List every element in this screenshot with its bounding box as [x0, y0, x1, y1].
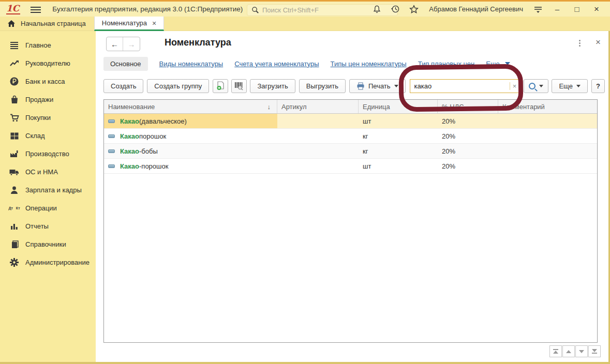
tab-nomenklatura-label: Номенклатура	[102, 19, 147, 27]
nav-more-button[interactable]: Еще	[486, 60, 510, 68]
barcode-icon	[234, 82, 244, 90]
person-icon	[9, 185, 19, 195]
nomenclature-item-icon	[108, 119, 115, 123]
list-toolbar: Создать Создать группу Загрузить Выгрузи…	[103, 79, 605, 93]
scroll-up-button[interactable]	[562, 345, 575, 357]
gear-icon	[9, 257, 19, 267]
more-options-kebab-icon[interactable]	[576, 40, 583, 48]
copy-item-button[interactable]	[213, 79, 228, 93]
table-row[interactable]: Какао (давальческое) шт 20%	[104, 114, 597, 129]
column-header-vat[interactable]: % НДС	[438, 100, 498, 113]
table-row[interactable]: Какао-порошок шт 20%	[104, 159, 597, 174]
chevron-down-icon	[576, 85, 581, 87]
sidebar-item-sales[interactable]: Продажи	[0, 90, 96, 109]
tab-home[interactable]: Начальная страница	[0, 17, 94, 31]
tab-bar: Начальная страница Номенклатура ×	[0, 17, 610, 31]
sidebar: Главное Руководителю Банк и касса Продаж…	[0, 31, 96, 364]
factory-icon	[9, 149, 19, 159]
sidebar-item-production[interactable]: Производство	[0, 145, 96, 163]
sidebar-item-bank-cash[interactable]: Банк и касса	[0, 72, 96, 90]
bag-icon	[9, 95, 19, 104]
sidebar-item-reports[interactable]: Отчеты	[0, 217, 96, 235]
minimize-button[interactable]: –	[551, 5, 563, 13]
tab-nomenklatura[interactable]: Номенклатура ×	[94, 17, 164, 31]
scroll-down-button[interactable]	[575, 345, 588, 357]
help-button[interactable]: ?	[591, 79, 605, 93]
chart-icon	[9, 221, 19, 231]
main-panel: ← → Номенклатура × Основное Виды номенкл…	[96, 31, 610, 364]
history-icon[interactable]	[390, 4, 401, 15]
printer-icon	[356, 82, 365, 90]
service-menu-icon[interactable]	[532, 4, 544, 15]
column-header-comment[interactable]: Комментарий	[498, 100, 597, 113]
tab-osnovnoe[interactable]: Основное	[103, 57, 148, 71]
table-header-row: Наименование ↓ Артикул Единица % НДС Ком…	[104, 100, 597, 114]
sidebar-item-administration[interactable]: Администрирование	[0, 253, 96, 271]
truck-icon	[9, 167, 19, 177]
column-header-name[interactable]: Наименование ↓	[104, 100, 277, 113]
sidebar-item-os-nma[interactable]: ОС и НМА	[0, 163, 96, 181]
link-tip-planovyh-cen[interactable]: Тип плановых цен	[418, 60, 475, 68]
barcode-search-button[interactable]	[231, 79, 247, 93]
link-vidy-nomenklatury[interactable]: Виды номенклатуры	[159, 60, 224, 68]
notifications-bell-icon[interactable]	[371, 4, 382, 15]
close-window-button[interactable]: ×	[590, 4, 603, 14]
quick-search-field: ×	[410, 79, 520, 93]
print-button[interactable]: Печать	[349, 79, 406, 93]
list-scroll-nav	[549, 345, 601, 357]
search-icon	[529, 83, 535, 89]
sidebar-item-directories[interactable]: Справочники	[0, 235, 96, 253]
sidebar-item-operations[interactable]: Дт Кт Операции	[0, 199, 96, 217]
sidebar-item-purchases[interactable]: Покупки	[0, 109, 96, 127]
link-scheta-ucheta[interactable]: Счета учета номенклатуры	[234, 60, 319, 68]
table-row[interactable]: Какао порошок кг 20%	[104, 129, 597, 144]
cart-icon	[9, 113, 19, 123]
page-nav-tabs: Основное Виды номенклатуры Счета учета н…	[103, 56, 605, 71]
dtkt-icon: Дт Кт	[9, 203, 19, 213]
column-header-unit[interactable]: Единица	[359, 100, 438, 113]
user-name[interactable]: Абрамов Геннадий Сергеевич	[429, 5, 523, 13]
go-to-top-button[interactable]	[549, 345, 562, 357]
chevron-down-icon	[394, 85, 398, 87]
ruble-icon	[9, 77, 19, 86]
column-header-article[interactable]: Артикул	[277, 100, 359, 113]
home-icon	[7, 20, 16, 27]
nomenclature-item-icon	[108, 149, 115, 153]
1c-logo-icon: 1С	[6, 4, 20, 14]
quick-search-input[interactable]	[410, 82, 510, 90]
unload-button[interactable]: Выгрузить	[299, 79, 346, 93]
back-button[interactable]: ←	[107, 37, 123, 51]
history-nav-group: ← →	[106, 37, 140, 51]
load-button[interactable]: Загрузить	[250, 79, 295, 93]
main-menu-icon[interactable]	[31, 5, 41, 13]
nomenclature-item-icon	[108, 134, 115, 138]
app-window: 1С Бухгалтерия предприятия, редакция 3.0…	[0, 0, 610, 364]
create-group-button[interactable]: Создать группу	[147, 79, 209, 93]
nomenclature-item-icon	[108, 164, 115, 168]
sort-descending-icon: ↓	[267, 103, 271, 111]
close-panel-icon[interactable]: ×	[596, 37, 601, 48]
chevron-down-icon	[539, 85, 543, 87]
clear-search-icon[interactable]: ×	[510, 82, 519, 90]
grid-icon	[9, 131, 19, 141]
tab-close-icon[interactable]: ×	[152, 19, 156, 27]
toolbar-more-button[interactable]: Еще	[552, 79, 587, 93]
menu-icon	[9, 40, 19, 50]
sidebar-item-main[interactable]: Главное	[0, 36, 96, 54]
table-row[interactable]: Какао-бобы кг 20%	[104, 144, 597, 159]
search-button[interactable]	[524, 79, 548, 93]
title-bar: 1С Бухгалтерия предприятия, редакция 3.0…	[0, 0, 610, 17]
new-document-icon	[216, 81, 225, 90]
go-to-bottom-button[interactable]	[588, 345, 601, 357]
sidebar-item-salary-hr[interactable]: Зарплата и кадры	[0, 181, 96, 199]
page-title: Номенклатура	[165, 37, 231, 48]
link-tipy-cen[interactable]: Типы цен номенклатуры	[331, 60, 407, 68]
app-title: Бухгалтерия предприятия, редакция 3.0 (1…	[52, 5, 243, 13]
sidebar-item-warehouse[interactable]: Склад	[0, 127, 96, 145]
forward-button[interactable]: →	[123, 37, 140, 51]
create-button[interactable]: Создать	[103, 79, 143, 93]
maximize-button[interactable]: □	[571, 5, 583, 13]
nomenclature-table: Наименование ↓ Артикул Единица % НДС Ком…	[103, 99, 598, 343]
favorites-star-icon[interactable]	[408, 4, 420, 15]
sidebar-item-manager[interactable]: Руководителю	[0, 54, 96, 72]
